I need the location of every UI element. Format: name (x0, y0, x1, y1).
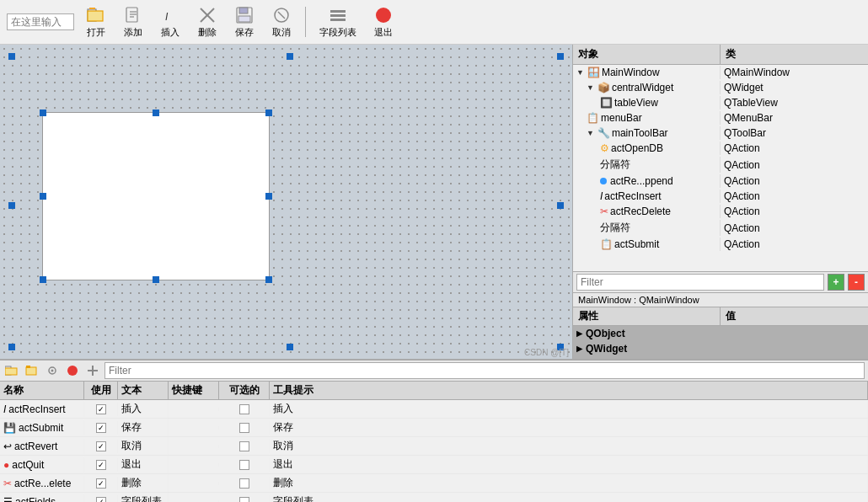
handle-bm[interactable] (153, 276, 159, 283)
tree-row-actrecdelete[interactable]: ✂ actRecDelete QAction (573, 204, 868, 219)
canvas-frame[interactable] (42, 112, 270, 280)
tree-row-sep2[interactable]: 分隔符 QAction (573, 219, 868, 237)
checkable-checkbox-actrevert[interactable] (239, 441, 249, 451)
cancel-button[interactable]: 取消 (266, 3, 297, 40)
outer-handle-tl[interactable] (8, 53, 15, 60)
bottom-icon-settings[interactable] (44, 362, 61, 379)
action-row-acredelete[interactable]: ✂ actRe...elete 删除 删除 (0, 474, 868, 493)
action-text-acredelete: 删除 (118, 474, 169, 492)
use-checkbox-actquit[interactable] (96, 460, 106, 470)
action-use-actrecinsert[interactable] (84, 403, 118, 416)
outer-handle-tr[interactable] (557, 53, 564, 60)
svg-point-25 (67, 366, 78, 376)
open-button[interactable]: 打开 (81, 3, 111, 40)
action-checkable-actrevert[interactable] (219, 440, 270, 453)
use-checkbox-acredelete[interactable] (96, 478, 106, 489)
action-checkable-acredelete[interactable] (219, 477, 270, 490)
outer-handle-bm[interactable] (287, 344, 293, 350)
action-use-actfields[interactable] (84, 495, 118, 503)
bottom-icon-delete[interactable] (64, 362, 81, 379)
tree-row-centralwidget[interactable]: ▼ 📦 centralWidget QWidget (573, 80, 868, 95)
outer-handle-ml[interactable] (8, 202, 15, 209)
toolbar-input[interactable] (7, 13, 74, 30)
action-text-actrecinsert: 插入 (118, 400, 169, 418)
bottom-toolbar (0, 360, 868, 382)
bottom-icon-folder[interactable] (3, 362, 20, 379)
cancel-label: 取消 (272, 26, 291, 39)
action-use-actquit[interactable] (84, 458, 118, 472)
action-tooltip-actrecinsert: 插入 (270, 400, 868, 418)
action-icon-acredelete: ✂ (3, 478, 12, 489)
icon-acreppend (600, 178, 607, 184)
tree-row-actopendb[interactable]: ⚙ actOpenDB QAction (573, 141, 868, 156)
action-checkable-actsubmit[interactable] (219, 421, 270, 435)
icon-maintoolbar: 🔧 (597, 127, 610, 139)
use-checkbox-actsubmit[interactable] (96, 423, 106, 433)
object-tree-body[interactable]: ▼ 🪟 MainWindow QMainWindow ▼ 📦 centralWi… (573, 65, 868, 271)
add-icon (123, 5, 143, 25)
bottom-icon-open[interactable] (24, 362, 40, 379)
filter-remove-button[interactable]: - (848, 274, 865, 291)
insert-button[interactable]: I 插入 (155, 3, 185, 40)
handle-mr[interactable] (265, 193, 272, 200)
delete-button[interactable]: 删除 (192, 3, 222, 40)
tree-row-acreppend[interactable]: actRe...ppend QAction (573, 174, 868, 189)
checkable-checkbox-actsubmit[interactable] (239, 423, 249, 433)
action-row-actsubmit[interactable]: 💾 actSubmit 保存 保存 (0, 419, 868, 437)
tree-row-mainwindow[interactable]: ▼ 🪟 MainWindow QMainWindow (573, 65, 868, 80)
use-checkbox-actrevert[interactable] (96, 441, 106, 451)
bottom-icon-gear[interactable] (84, 362, 101, 379)
toolbar-separator (305, 7, 306, 37)
icon-mainwindow: 🪟 (587, 67, 600, 78)
action-use-acredelete[interactable] (84, 477, 118, 490)
handle-tr[interactable] (265, 109, 272, 116)
col-header-use: 使用 (84, 382, 118, 399)
outer-handle-tm[interactable] (287, 53, 293, 60)
handle-bl[interactable] (40, 276, 46, 283)
action-row-actquit[interactable]: ● actQuit 退出 退出 (0, 456, 868, 474)
svg-rect-22 (26, 366, 30, 368)
fields-button[interactable]: 字段列表 (314, 3, 362, 40)
expand-centralwidget[interactable]: ▼ (587, 83, 594, 92)
outer-handle-mr[interactable] (557, 202, 564, 209)
use-checkbox-actfields[interactable] (96, 497, 106, 503)
tree-row-actsubmit[interactable]: 📋 actSubmit QAction (573, 237, 868, 252)
prop-group-qwidget[interactable]: ▶ QWidget (573, 341, 868, 356)
add-button[interactable]: 添加 (118, 3, 148, 40)
action-use-actrevert[interactable] (84, 440, 118, 453)
tree-cell-centralwidget-cls: QWidget (721, 81, 868, 94)
tree-row-sep1[interactable]: 分隔符 QAction (573, 156, 868, 174)
tree-row-maintoolbar[interactable]: ▼ 🔧 mainToolBar QToolBar (573, 125, 868, 141)
bottom-filter-input[interactable] (104, 362, 865, 379)
action-row-actrecinsert[interactable]: I actRecInsert 插入 插入 (0, 400, 868, 419)
tree-row-menubar[interactable]: 📋 menuBar QMenuBar (573, 110, 868, 125)
action-row-actrevert[interactable]: ↩ actRevert 取消 取消 (0, 437, 868, 456)
prop-group-qobject[interactable]: ▶ QObject (573, 326, 868, 341)
add-label: 添加 (124, 26, 142, 39)
handle-ml[interactable] (40, 193, 46, 200)
handle-tl[interactable] (40, 109, 46, 116)
action-checkable-actrecinsert[interactable] (219, 403, 270, 416)
exit-button[interactable]: 退出 (368, 3, 399, 40)
checkable-checkbox-actquit[interactable] (239, 460, 249, 470)
checkable-checkbox-actrecinsert[interactable] (239, 404, 249, 414)
handle-br[interactable] (265, 276, 272, 283)
filter-add-button[interactable]: + (828, 274, 844, 291)
save-button[interactable]: 保存 (229, 3, 260, 40)
action-checkable-actquit[interactable] (219, 458, 270, 472)
expand-maintoolbar[interactable]: ▼ (587, 129, 594, 137)
outer-handle-bl[interactable] (8, 344, 15, 350)
tree-row-tableview[interactable]: 🔲 tableView QTableView (573, 95, 868, 110)
checkable-checkbox-actfields[interactable] (239, 497, 249, 503)
tree-cell-centralwidget-obj: ▼ 📦 centralWidget (573, 81, 721, 94)
expand-mainwindow[interactable]: ▼ (576, 68, 584, 77)
action-checkable-actfields[interactable] (219, 495, 270, 503)
tree-row-actrecinsert[interactable]: I actRecInsert QAction (573, 189, 868, 204)
action-row-actfields[interactable]: ☰ actFields 字段列表 字段列表 (0, 493, 868, 502)
action-use-actsubmit[interactable] (84, 421, 118, 435)
tree-cell-tableview-cls: QTableView (721, 96, 868, 109)
handle-tm[interactable] (153, 109, 159, 116)
use-checkbox-actrecinsert[interactable] (96, 404, 106, 414)
checkable-checkbox-acredelete[interactable] (239, 478, 249, 489)
filter-input[interactable] (576, 274, 824, 291)
